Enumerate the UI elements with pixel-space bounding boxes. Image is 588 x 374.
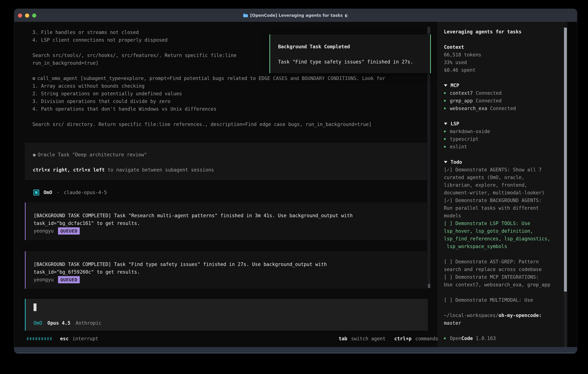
mcp-item-name: context7 [450,89,473,97]
mcp-item-name: grep_app [450,97,473,104]
active-model-label[interactable]: Opus 4.5 [47,319,71,327]
mcp-item-status: Connected [476,97,502,104]
ctrlp-key-hint: ctrl+p [394,335,411,343]
oracle-task-title-line: ◉Oracle Task "Deep architecture review" [33,151,147,158]
conversation-scrollbar-top-segment [427,27,430,33]
mcp-section-header[interactable]: MCP [444,82,564,89]
blank-line [32,113,385,120]
todo-line: [✓] Demonstrate AGENTS: Show all 7 [444,166,564,174]
minimize-button[interactable] [25,13,29,18]
shortcut-keys: ctrl+x right, ctrl+x left [33,167,105,173]
active-agent-label[interactable]: OmO [33,319,42,327]
todo-line: search and replace across codebase [444,266,564,273]
mcp-item: grep_appConnected [444,97,564,104]
oracle-task-shortcut-line: ctrl+x right, ctrl+x leftto navigate bet… [33,166,214,174]
task-result-line1: [BACKGROUND TASK COMPLETED] Task "Find t… [33,260,327,268]
todo-line: [✓] Demonstrate BACKGROUND AGENTS: [444,197,564,204]
todo-line: models [444,212,564,219]
provider-label: Anthropic [76,319,102,327]
todo-line: [ ] Demonstrate AST-GREP: Pattern [444,258,564,266]
status-dot-icon [444,92,446,94]
terminal-line: 3. Division operations that could divide… [32,97,385,105]
app-version: 1.0.163 [473,334,496,342]
task-result-meta: yeongyu QUEUED [33,276,80,283]
terminal-line: Search src/ directory. Return specific f… [32,120,385,128]
lsp-item: typescript [444,135,564,143]
status-dot-icon [444,337,446,339]
status-dot-icon [444,107,446,109]
workspace-branch: master [444,319,564,327]
mcp-item-status: Connected [476,89,502,97]
todo-line: librarian, explore, frontend, [444,181,564,189]
sidebar-scrollbar-thumb[interactable] [564,28,567,291]
shortcut-description: to navigate between subagent sessions [108,167,214,173]
tool-call-text: call_omo_agent [subagent_type=explore, p… [37,75,385,81]
blank-line [444,289,564,296]
workspace-repo: oh-my-opencode: [499,312,542,319]
tab-action-label: switch agent [351,335,385,343]
ctrlp-action-label: commands [415,335,438,343]
close-button[interactable] [18,13,22,18]
blank-line [444,112,564,120]
desktop: [OpenCode] Leveraging agents for tasks ◐… [0,0,588,374]
todo-line: [ ] Demonstrate MCP INTEGRATIONS: [444,273,564,281]
todo-line: [ ] Demonstrate MULTIMODAL: Use [444,296,564,304]
task-user: yeongyu [33,227,54,235]
status-bar-right: tab switch agent ctrl+p commands [339,335,438,343]
status-bar-left: esc interrupt [27,335,98,343]
lsp-item: markdown-oxide [444,128,564,135]
context-spent: $0.46 spent [444,66,564,74]
session-title: Leveraging agents for tasks [444,28,564,36]
lsp-item-name: eslint [450,143,467,151]
status-bar: esc interrupt tab switch agent ctrl+p co… [27,335,438,343]
blank-line [444,36,564,43]
context-tokens: 66,518 tokens [444,51,564,59]
terminal-line: 4. Path operations that don't handle Win… [32,105,385,113]
terminal-line: 2. String operations on potentially unde… [32,90,385,97]
todo-line-active: [ ] Demonstrate LSP TOOLS: Use [444,219,564,227]
todo-line: curated agents (OmO, oracle, [444,174,564,181]
context-header: Context [444,43,564,51]
queued-status-badge: QUEUED [58,276,80,283]
sidebar-content: Leveraging agents for tasks Context 66,5… [444,28,564,342]
mcp-item-name: websearch_exa [450,104,487,112]
notification-body: Task "Find type safety issues" finished … [278,58,413,66]
background-task-result-box: [BACKGROUND TASK COMPLETED] Task "Resear… [25,202,428,240]
title-bar: [OpenCode] Leveraging agents for tasks ◐ [14,9,577,22]
terminal-line: 1. Array access without bounds checking [32,82,385,90]
background-task-result-box: [BACKGROUND TASK COMPLETED] Task "Find t… [25,251,428,289]
lsp-item: eslint [444,143,564,151]
session-sidebar: Leveraging agents for tasks Context 66,5… [437,22,567,347]
app-version-line: OpenCode 1.0.163 [444,334,564,342]
todo-line: document-writer, multimodal-looker) [444,189,564,197]
prompt-input[interactable]: OmO Opus 4.5 Anthropic [25,299,428,331]
todo-line: Use context7, websearch_exa, grep_app [444,281,564,289]
todo-line-active: lsp_workspace_symbols [444,242,564,250]
blank-line [444,304,564,312]
esc-key-hint: esc [60,335,69,343]
background-task-notification: Background Task Completed Task "Find typ… [269,34,431,73]
mcp-item: context7Connected [444,89,564,97]
workspace-path-line: ~/local-workspaces/oh-my-opencode: [444,312,564,319]
todo-section-header[interactable]: Todo [444,158,564,166]
lsp-section-header[interactable]: LSP [444,120,564,128]
omo-agent-icon-fill [35,191,38,194]
task-result-line2: task_id="bg_dcfac161" to get results. [33,219,140,227]
collapse-triangle-icon [444,161,447,163]
tab-key-hint: tab [339,335,347,343]
mcp-item-status: Connected [490,104,516,112]
lsp-item-name: markdown-oxide [450,128,490,135]
zoom-button[interactable] [32,13,36,18]
task-result-meta: yeongyu QUEUED [33,227,80,235]
task-result-line1: [BACKGROUND TASK COMPLETED] Task "Resear… [33,212,353,219]
oracle-task-title: Oracle Task "Deep architecture review" [38,152,147,157]
task-user: yeongyu [33,276,54,283]
status-dot-icon [444,138,446,140]
folder-icon [243,13,248,18]
status-dot-icon [444,146,446,148]
opencode-window: [OpenCode] Leveraging agents for tasks ◐… [14,9,577,353]
separator-dot: · [57,189,60,196]
conversation-scrollbar-thumb[interactable] [427,284,430,288]
blank-line [444,74,564,82]
session-spinner-icon: ◐ [345,13,348,18]
